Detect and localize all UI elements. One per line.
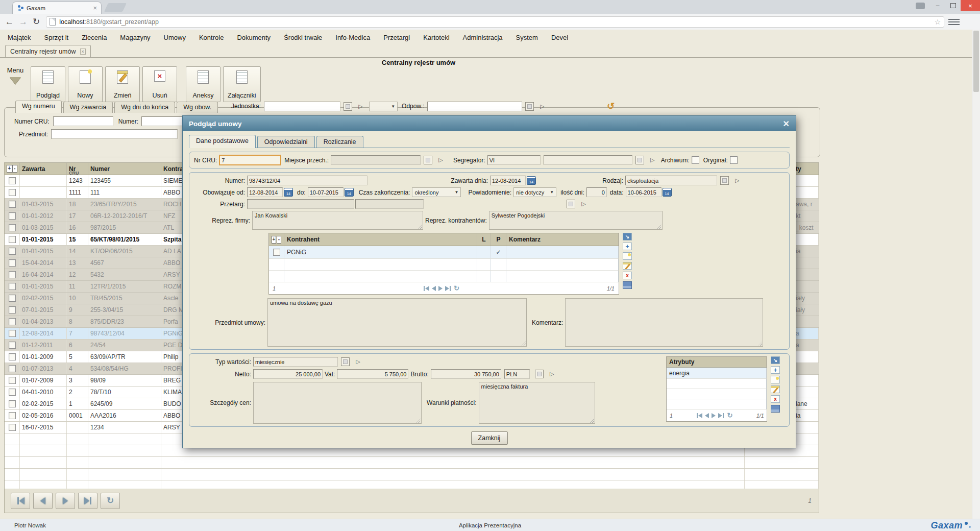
row-checkbox[interactable]	[9, 330, 16, 337]
dlg-numer-input[interactable]: 98743/12/04	[247, 176, 368, 185]
add-icon[interactable]: +	[623, 243, 632, 250]
typ-pick-icon[interactable]: ▷	[354, 357, 362, 366]
rodzaj-clear-button[interactable]	[720, 176, 729, 185]
atrybut-row[interactable]: energia	[667, 368, 767, 379]
filter-tab-4[interactable]: Wg obow.	[177, 102, 218, 113]
nowy-button[interactable]: Nowy	[68, 66, 103, 102]
row-checkbox[interactable]	[9, 271, 16, 278]
waluta-clear-button[interactable]	[535, 370, 544, 378]
reload-icon[interactable]: ↻	[33, 16, 40, 27]
menu-item--rodki-trwa-e[interactable]: Środki trwałe	[277, 34, 329, 41]
załączniki-button[interactable]: Załączniki	[223, 66, 261, 102]
a-first-page-icon[interactable]	[696, 413, 702, 418]
do-input[interactable]: 10-07-2015	[308, 187, 344, 197]
zawarta-dnia-calendar-icon[interactable]	[527, 176, 536, 185]
rodzaj-pick-icon[interactable]: ▷	[733, 176, 742, 185]
menu-item-umowy[interactable]: Umowy	[157, 34, 192, 41]
reset-filter-icon[interactable]: ↺	[607, 101, 615, 112]
przetarg-clear-button[interactable]	[567, 200, 575, 208]
row-checkbox[interactable]	[9, 259, 16, 267]
data-input[interactable]: 10-06-2015	[626, 187, 662, 197]
rodzaj-input[interactable]: eksploatacja	[625, 176, 717, 185]
menu-item-kartoteki[interactable]: Kartoteki	[416, 34, 456, 41]
row-checkbox[interactable]	[9, 224, 16, 231]
jednostka-select[interactable]: ▼	[369, 102, 398, 111]
obowiazuje-od-input[interactable]: 12-08-2014	[247, 187, 283, 197]
k-last-page-icon[interactable]	[445, 286, 451, 291]
a-next-page-icon[interactable]	[712, 413, 716, 418]
archiwum-checkbox[interactable]	[692, 156, 699, 164]
expand-icon[interactable]: ↘	[771, 356, 780, 364]
menu-item-zlecenia[interactable]: Zlecenia	[75, 34, 113, 41]
przetarg-input2[interactable]	[355, 199, 424, 209]
segregator-extra-input[interactable]	[544, 155, 632, 165]
next-page-button[interactable]	[56, 493, 75, 509]
minimize-button[interactable]: –	[930, 0, 945, 11]
do-calendar-icon[interactable]	[345, 188, 354, 197]
k-next-page-icon[interactable]	[438, 286, 443, 291]
row-checkbox[interactable]	[9, 248, 16, 255]
collapse-all-button[interactable]: -	[12, 165, 18, 173]
menu-item-info-medica[interactable]: Info-Medica	[329, 34, 377, 41]
k-prev-page-icon[interactable]	[432, 286, 436, 291]
row-checkbox[interactable]	[9, 365, 16, 372]
czas-select[interactable]: określony▼	[412, 187, 461, 197]
delete-row-icon[interactable]: x	[623, 272, 632, 279]
browser-tab[interactable]: Gaxam ×	[12, 2, 102, 14]
kontrahent-row[interactable]: PGNiG ✓	[269, 246, 619, 259]
col-numer[interactable]: Numer	[88, 163, 161, 175]
row-checkbox[interactable]	[9, 177, 16, 184]
browser-scrollbar[interactable]	[972, 30, 980, 519]
row-checkbox[interactable]	[9, 342, 16, 349]
menu-item-magazyny[interactable]: Magazyny	[113, 34, 157, 41]
komentarz-textarea[interactable]	[565, 298, 763, 347]
back-icon[interactable]: ←	[5, 17, 14, 27]
typ-wartosci-input[interactable]: miesięcznie	[253, 357, 338, 367]
brutto-input[interactable]: 30 750,00	[431, 369, 501, 379]
col-nr[interactable]: NrCRU	[67, 163, 88, 175]
new-tab-button[interactable]	[104, 3, 127, 12]
usuń-button[interactable]: Usuń	[142, 66, 177, 102]
row-checkbox[interactable]	[9, 377, 16, 384]
waluta-pick-icon[interactable]: ▷	[548, 370, 556, 378]
a-last-page-icon[interactable]	[718, 413, 724, 418]
row-checkbox[interactable]	[9, 353, 16, 360]
row-checkbox[interactable]	[9, 412, 16, 419]
row-checkbox[interactable]	[9, 424, 16, 431]
forward-icon[interactable]: →	[19, 17, 28, 27]
menu-item-administracja[interactable]: Administracja	[456, 34, 509, 41]
vat-input[interactable]: 5 750,00	[337, 369, 408, 379]
bookmark-star-icon[interactable]: ☆	[935, 18, 941, 26]
print-icon[interactable]	[623, 281, 632, 289]
first-page-button[interactable]	[11, 493, 30, 509]
menu-item-dokumenty[interactable]: Dokumenty	[230, 34, 277, 41]
delete-row-icon[interactable]: x	[771, 395, 780, 403]
miejsce-pick-icon[interactable]: ▷	[436, 156, 445, 164]
browser-menu-icon[interactable]	[948, 19, 960, 25]
miejsce-input[interactable]	[331, 155, 421, 165]
jednostka-clear-button[interactable]	[344, 102, 352, 111]
netto-input[interactable]: 25 000,00	[253, 369, 323, 379]
add-icon[interactable]: +	[771, 366, 780, 374]
k-refresh-icon[interactable]: ↻	[454, 284, 459, 292]
row-checkbox[interactable]	[9, 306, 16, 313]
warunki-textarea[interactable]: miesięczna faktura	[479, 382, 595, 424]
powiadomienie-select[interactable]: nie dotyczy▼	[513, 187, 556, 197]
menu-item-przetargi[interactable]: Przetargi	[377, 34, 416, 41]
obowiazuje-od-calendar-icon[interactable]	[284, 188, 293, 197]
filter-tab-3[interactable]: Wg dni do końca	[114, 102, 175, 113]
col-zawarta[interactable]: Zawarta	[20, 163, 67, 175]
dialog-close-icon[interactable]: ✕	[783, 119, 790, 129]
waluta-box[interactable]: PLN	[504, 369, 530, 379]
row-checkbox[interactable]	[9, 201, 16, 208]
dialog-title-bar[interactable]: Podgląd umowy ✕	[183, 116, 796, 131]
odpow-input[interactable]	[427, 102, 522, 111]
new-row-icon[interactable]	[623, 252, 632, 260]
row-checkbox[interactable]	[9, 400, 16, 407]
row-checkbox[interactable]	[9, 189, 16, 196]
app-tab-close-icon[interactable]: ×	[80, 49, 86, 55]
przedmiot-input[interactable]	[51, 129, 178, 139]
row-checkbox[interactable]	[9, 283, 16, 290]
menu-item-maj-tek[interactable]: Majątek	[1, 34, 38, 41]
reprez-firmy-textarea[interactable]: Jan Kowalski	[252, 211, 423, 230]
